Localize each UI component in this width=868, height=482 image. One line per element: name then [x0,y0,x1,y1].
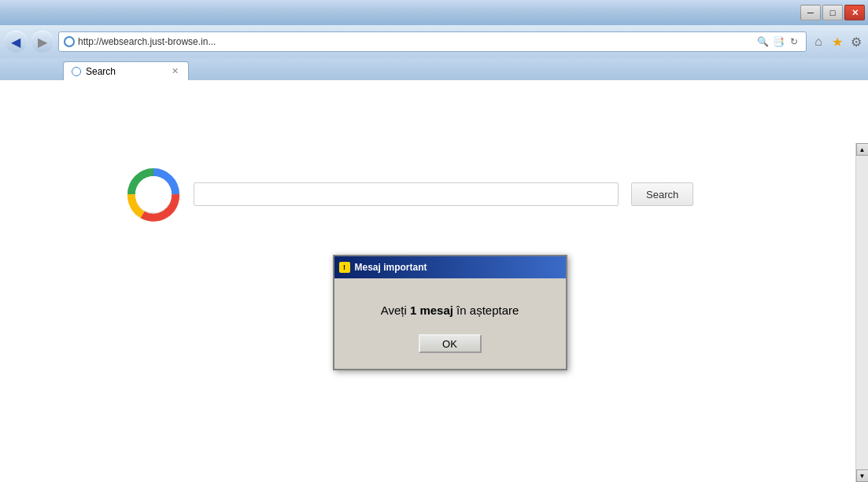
navigation-bar: ◀ ▶ http://websearch.just-browse.in... 🔍… [0,25,868,58]
tab-favicon [72,67,81,76]
scroll-up-button[interactable]: ▲ [856,143,869,156]
browser-window: ─ □ ✕ ◀ ▶ http://websearch.just-browse.i… [0,0,868,482]
modal-dialog: ! Mesaj important Aveți 1 mesaj în aștep… [333,255,567,370]
search-icon[interactable]: 🔍 [755,35,770,49]
modal-ok-button[interactable]: OK [419,334,482,353]
modal-title-icon: ! [339,262,350,273]
modal-message-prefix: Aveți [381,304,410,317]
address-text: http://websearch.just-browse.in... [78,36,752,47]
home-button[interactable]: ⌂ [811,35,826,49]
modal-message-suffix: în așteptare [453,304,519,317]
modal-message: Aveți 1 mesaj în așteptare [381,302,519,318]
nav-container: ◀ ▶ http://websearch.just-browse.in... 🔍… [0,25,868,80]
tab-label: Search [86,66,116,77]
title-bar-controls: ─ □ ✕ [800,5,865,20]
maximize-button[interactable]: □ [822,5,843,20]
close-button[interactable]: ✕ [844,5,865,20]
bookmark-icon[interactable]: 📑 [771,35,785,49]
active-tab[interactable]: Search ✕ [63,61,189,80]
scroll-down-button[interactable]: ▼ [856,469,869,482]
modal-overlay: ! Mesaj important Aveți 1 mesaj în aștep… [0,80,868,482]
tab-bar: Search ✕ [0,58,868,80]
title-bar: ─ □ ✕ [0,0,868,25]
address-icons: 🔍 📑 ↻ [755,35,801,49]
forward-button[interactable]: ▶ [31,31,54,53]
modal-body: Aveți 1 mesaj în așteptare OK [334,278,566,369]
scrollbar-right: ▲ ▼ [855,143,868,482]
scroll-track[interactable] [856,156,868,469]
minimize-button[interactable]: ─ [800,5,821,20]
address-bar[interactable]: http://websearch.just-browse.in... 🔍 📑 ↻ [58,31,807,52]
refresh-icon[interactable]: ↻ [787,35,801,49]
settings-button[interactable]: ⚙ [849,35,863,49]
modal-title: Mesaj important [355,262,427,273]
page-area: Search ! Mesaj important Aveți 1 mesaj î… [0,80,868,482]
modal-title-bar: ! Mesaj important [334,256,566,278]
page-content: Search ! Mesaj important Aveți 1 mesaj î… [0,80,868,482]
modal-message-bold: 1 mesaj [410,304,453,317]
site-favicon [64,36,75,47]
back-button[interactable]: ◀ [5,31,27,53]
favorites-button[interactable]: ★ [830,35,844,49]
tab-close-button[interactable]: ✕ [169,66,180,77]
